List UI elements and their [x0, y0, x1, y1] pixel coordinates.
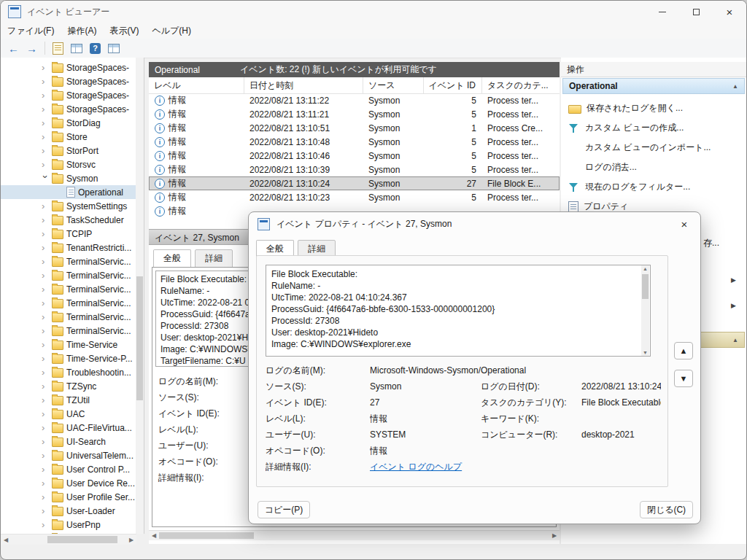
tree-item[interactable]: TerminalServic...	[1, 254, 136, 268]
chevron-right-icon[interactable]	[42, 326, 49, 335]
tree-item[interactable]: TenantRestricti...	[1, 241, 136, 254]
scrollbar-thumb[interactable]	[159, 532, 254, 539]
chevron-right-icon[interactable]	[42, 340, 49, 349]
tab-details[interactable]: 詳細	[195, 249, 233, 268]
chevron-right-icon[interactable]	[42, 146, 49, 155]
tree-item[interactable]: TerminalServic...	[1, 324, 136, 338]
chevron-right-icon[interactable]	[42, 464, 49, 474]
chevron-right-icon[interactable]	[42, 506, 49, 516]
copy-button[interactable]: コピー(P)	[258, 501, 310, 518]
tree-item[interactable]: TerminalServic...	[1, 310, 136, 324]
event-row[interactable]: 情報 2022/08/21 13:10:46 Sysmon 5 Process …	[149, 149, 560, 163]
chevron-right-icon[interactable]	[42, 298, 49, 308]
tree-item[interactable]: StorageSpaces-	[1, 74, 136, 88]
collapse-icon[interactable]: ▲	[732, 337, 738, 343]
menu-item[interactable]: ヘルプ(H)	[145, 23, 198, 39]
menu-item[interactable]: ファイル(F)	[1, 23, 61, 39]
event-row[interactable]: 情報 2022/08/21 13:11:21 Sysmon 5 Process …	[149, 107, 560, 121]
dialog-close-button[interactable]: ×	[668, 212, 700, 236]
tree-item[interactable]: Time-Service	[1, 338, 136, 351]
minimize-button[interactable]	[646, 1, 679, 23]
next-event-button[interactable]: ▼	[674, 370, 693, 387]
event-row[interactable]: 情報 2022/08/21 13:10:48 Sysmon 5 Process …	[149, 135, 560, 149]
tree-item[interactable]: UI-Search	[1, 435, 136, 448]
chevron-right-icon[interactable]	[42, 354, 49, 363]
menu-item[interactable]: 操作(A)	[61, 23, 103, 39]
chevron-right-icon[interactable]	[42, 520, 49, 529]
column-header[interactable]: タスクのカテ...	[482, 77, 560, 93]
tree-item[interactable]: UserPnp	[1, 518, 136, 532]
scrollbar-thumb[interactable]	[642, 274, 649, 299]
event-description-box[interactable]: File Block Executable:RuleName: -UtcTime…	[266, 265, 651, 357]
chevron-right-icon[interactable]	[42, 215, 49, 225]
submenu-arrow-icon[interactable]: ▶	[731, 302, 736, 309]
tree-item[interactable]: TerminalServic...	[1, 282, 136, 296]
event-row[interactable]: 情報 2022/08/21 13:10:39 Sysmon 5 Process …	[149, 163, 560, 176]
chevron-right-icon[interactable]	[42, 381, 49, 391]
scroll-down-icon[interactable]: ▼	[641, 350, 649, 355]
action-pane-toggle-button[interactable]	[108, 44, 120, 53]
clipped-action-label[interactable]: 存...	[703, 237, 719, 249]
scrollbar-thumb[interactable]	[136, 276, 143, 400]
tree-item[interactable]: UAC-FileVirtua...	[1, 421, 136, 435]
console-tree-toggle-button[interactable]	[71, 44, 82, 53]
chevron-right-icon[interactable]	[42, 451, 49, 460]
tree-item[interactable]: StorageSpaces-	[1, 61, 136, 74]
chevron-right-icon[interactable]	[42, 437, 49, 446]
chevron-right-icon[interactable]	[42, 229, 49, 238]
tree-item[interactable]: TerminalServic...	[1, 268, 136, 282]
scroll-up-icon[interactable]: ▲	[641, 266, 649, 271]
tree-item[interactable]: Sysmon	[1, 171, 136, 185]
event-log-help-link[interactable]: イベント ログのヘルプ	[370, 462, 462, 472]
description-scrollbar[interactable]: ▲ ▼	[641, 265, 649, 356]
event-row[interactable]: 情報 2022/08/21 13:10:24 Sysmon 27 File Bl…	[149, 176, 560, 190]
tab-general[interactable]: 全般	[153, 249, 191, 268]
action-item[interactable]: カスタム ビューの作成...	[562, 118, 745, 138]
chevron-right-icon[interactable]	[42, 77, 49, 86]
event-row[interactable]: 情報 2022/08/21 13:11:22 Sysmon 5 Process …	[149, 93, 560, 107]
tree-item[interactable]: TerminalServic...	[1, 296, 136, 310]
scroll-left-icon[interactable]: ◀	[149, 532, 159, 539]
chevron-right-icon[interactable]	[42, 312, 49, 322]
chevron-right-icon[interactable]	[42, 284, 49, 294]
chevron-right-icon[interactable]	[42, 201, 49, 211]
tree-item[interactable]: User Device Re...	[1, 476, 136, 490]
tree-horizontal-scrollbar[interactable]: ◀ ▶	[1, 534, 136, 545]
action-item[interactable]: 保存されたログを開く...	[562, 98, 745, 118]
column-header[interactable]: イベント ID	[424, 77, 482, 93]
actions-section-operational[interactable]: Operational ▲	[562, 78, 745, 94]
tree-item[interactable]: TZSync	[1, 379, 136, 393]
column-header[interactable]: 日付と時刻	[244, 77, 363, 93]
tree-item[interactable]: Time-Service-P...	[1, 351, 136, 365]
scroll-right-icon[interactable]: ▶	[126, 537, 136, 543]
help-button[interactable]: ?	[90, 43, 101, 54]
event-row[interactable]: 情報 2022/08/21 13:10:23 Sysmon 5 Process …	[149, 190, 560, 204]
chevron-right-icon[interactable]	[42, 492, 49, 502]
tree-item[interactable]: Storsvc	[1, 158, 136, 171]
tree-item[interactable]: User Control P...	[1, 462, 136, 476]
tree-item[interactable]: Store	[1, 130, 136, 144]
chevron-right-icon[interactable]	[42, 63, 49, 72]
chevron-right-icon[interactable]	[42, 395, 49, 405]
action-item[interactable]: ログの消去...	[562, 158, 745, 177]
column-header[interactable]: ソース	[363, 77, 424, 93]
chevron-right-icon[interactable]	[42, 243, 49, 252]
action-item[interactable]: カスタム ビューのインポート...	[562, 138, 745, 158]
tree-vertical-scrollbar[interactable]	[136, 58, 144, 534]
tree-item[interactable]: StorPort	[1, 144, 136, 158]
chevron-right-icon[interactable]	[42, 104, 49, 114]
dialog-close-action-button[interactable]: 閉じる(C)	[640, 501, 693, 518]
event-row[interactable]: 情報 2022/08/21 13:10:51 Sysmon 1 Process …	[149, 121, 560, 135]
tree-item[interactable]: TCPIP	[1, 227, 136, 241]
tree-item[interactable]: StorDiag	[1, 116, 136, 130]
tree-item[interactable]: User-Loader	[1, 504, 136, 518]
action-item[interactable]: 現在のログをフィルター...	[562, 177, 745, 197]
menu-item[interactable]: 表示(V)	[103, 23, 145, 39]
forward-button[interactable]: →	[26, 43, 37, 54]
chevron-right-icon[interactable]	[42, 478, 49, 488]
open-saved-log-button[interactable]	[53, 42, 63, 55]
maximize-button[interactable]	[679, 1, 713, 23]
chevron-right-icon[interactable]	[41, 175, 50, 182]
tree-item[interactable]: TaskScheduler	[1, 213, 136, 227]
tree-item[interactable]: StorageSpaces-	[1, 102, 136, 116]
